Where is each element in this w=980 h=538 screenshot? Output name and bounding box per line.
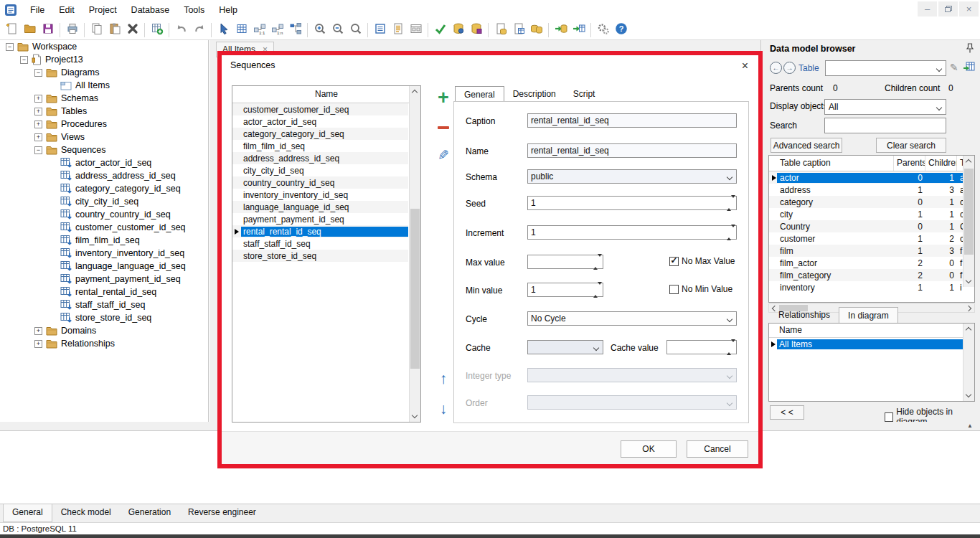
dialog-close-icon[interactable]: ×: [742, 60, 748, 72]
save-button[interactable]: [39, 22, 57, 39]
tree-expand-toggle[interactable]: +: [34, 340, 42, 348]
add-to-diagram-icon[interactable]: [963, 60, 976, 73]
name-field[interactable]: rental_rental_id_seq: [527, 143, 737, 158]
new-file-button[interactable]: [3, 22, 21, 39]
table-row[interactable]: actor01a: [769, 171, 974, 184]
table-row[interactable]: film13f: [769, 245, 974, 257]
menu-file[interactable]: File: [23, 2, 52, 18]
list-item[interactable]: address_address_id_seq: [232, 152, 408, 164]
spinner-arrows-icon[interactable]: [727, 198, 734, 208]
copy-button[interactable]: [88, 22, 105, 39]
tree-item-country-country-id-seq[interactable]: country_country_id_seq: [0, 208, 208, 221]
advanced-search-button[interactable]: Advanced search: [771, 138, 842, 153]
tree-expand-toggle[interactable]: +: [34, 327, 42, 335]
clear-search-button[interactable]: Clear search: [876, 138, 946, 153]
forward-icon[interactable]: →: [783, 62, 796, 74]
open-folder-button[interactable]: [21, 22, 39, 39]
scroll-up-icon[interactable]: [966, 159, 971, 165]
one-to-one-button[interactable]: 1:1: [250, 22, 268, 39]
tree-item-workspace[interactable]: −Workspace: [0, 40, 208, 53]
cache-select[interactable]: [527, 340, 603, 354]
no-min-value-control[interactable]: No Min Value: [669, 284, 732, 294]
paste-button[interactable]: [105, 22, 123, 39]
scroll-right-icon[interactable]: [966, 306, 971, 311]
zoom-out-button[interactable]: [329, 22, 347, 39]
bottom-tab-generation[interactable]: Generation: [120, 504, 179, 522]
tree-expand-toggle[interactable]: +: [34, 133, 42, 141]
list-item[interactable]: language_language_id_seq: [232, 201, 408, 213]
tree-item-all-items[interactable]: All Items: [0, 79, 208, 92]
reverse-engineer-button[interactable]: [570, 22, 588, 39]
tree-item-sequences[interactable]: −Sequences: [0, 143, 208, 156]
tree-item-domains[interactable]: +Domains: [0, 324, 208, 337]
tree-item-schemas[interactable]: +Schemas: [0, 92, 208, 105]
tree-item-city-city-id-seq[interactable]: city_city_id_seq: [0, 195, 208, 208]
table-row[interactable]: Country01C: [769, 220, 974, 232]
scrollbar-thumb[interactable]: [410, 209, 420, 369]
tree-item-diagrams[interactable]: −Diagrams: [0, 66, 208, 79]
tree-item-actor-actor-id-seq[interactable]: actor_actor_id_seq: [0, 156, 208, 169]
tree-item-store-store-id-seq[interactable]: store_store_id_seq: [0, 311, 208, 324]
list-item[interactable]: rental_rental_id_seq: [232, 225, 408, 237]
tree-item-inventory-inventory-id-seq[interactable]: inventory_inventory_id_seq: [0, 247, 208, 260]
list-item[interactable]: city_city_id_seq: [232, 164, 408, 176]
table-row[interactable]: category01c: [769, 196, 974, 208]
table-row[interactable]: customer12c: [769, 232, 974, 245]
table-grid-button[interactable]: [232, 22, 250, 39]
search-input[interactable]: [824, 118, 946, 133]
tree-expand-toggle[interactable]: +: [34, 121, 42, 128]
table-select[interactable]: [825, 60, 946, 76]
scroll-down-icon[interactable]: [412, 412, 418, 418]
list-item[interactable]: All Items: [769, 338, 974, 351]
tree-item-staff-staff-id-seq[interactable]: staff_staff_id_seq: [0, 298, 208, 311]
tree-expand-toggle[interactable]: +: [34, 108, 42, 115]
spinner-arrows-icon[interactable]: [727, 342, 734, 352]
no-max-value-control[interactable]: No Max Value: [669, 256, 735, 266]
table-row[interactable]: address13a: [769, 184, 974, 196]
menu-project[interactable]: Project: [82, 2, 124, 18]
panel-collapse-icon[interactable]: ▲: [967, 423, 973, 429]
list-item[interactable]: country_country_id_seq: [232, 176, 408, 189]
copy-to-table-button[interactable]: [509, 22, 527, 39]
tree-expand-toggle[interactable]: −: [34, 69, 42, 77]
form-editor-button[interactable]: [407, 22, 425, 39]
undo-button[interactable]: [172, 22, 190, 39]
tables-grid-vscrollbar[interactable]: [963, 156, 974, 287]
list-item[interactable]: category_category_id_seq: [232, 128, 408, 140]
spinner-arrows-icon[interactable]: [593, 257, 600, 267]
bottom-tab-general[interactable]: General: [3, 504, 52, 522]
doc-report-button[interactable]: [389, 22, 407, 39]
menu-edit[interactable]: Edit: [52, 2, 82, 18]
tree-item-address-address-id-seq[interactable]: address_address_id_seq: [0, 169, 208, 182]
minimize-button[interactable]: –: [918, 1, 937, 16]
tree-item-rental-rental-id-seq[interactable]: rental_rental_id_seq: [0, 285, 208, 298]
add-grid-button[interactable]: [148, 22, 166, 39]
delete-button[interactable]: [123, 22, 141, 39]
move-up-button[interactable]: ↑: [434, 369, 453, 388]
increment-spinner[interactable]: 1: [527, 225, 737, 240]
db-inspect-button[interactable]: [449, 22, 467, 39]
generate-db-button[interactable]: [552, 22, 570, 39]
one-to-many-button[interactable]: 1:n: [268, 22, 286, 39]
schema-select[interactable]: public: [527, 169, 737, 184]
copy-to-db-button[interactable]: [491, 22, 509, 39]
table-row[interactable]: city11c: [769, 208, 974, 220]
menu-help[interactable]: Help: [212, 2, 245, 18]
tree-item-tables[interactable]: +Tables: [0, 105, 208, 118]
redo-button[interactable]: [190, 22, 208, 39]
no-max-value-checkbox[interactable]: [669, 257, 679, 266]
cycle-select[interactable]: No Cycle: [527, 311, 737, 326]
tree-expand-toggle[interactable]: −: [6, 43, 14, 51]
edit-sequence-button[interactable]: ✎: [434, 146, 453, 164]
print-button[interactable]: [63, 22, 81, 39]
scroll-down-icon[interactable]: [966, 392, 971, 397]
list-item[interactable]: actor_actor_id_seq: [232, 115, 408, 128]
tree-item-language-language-id-seq[interactable]: language_language_id_seq: [0, 260, 208, 273]
tree-item-category-category-id-seq[interactable]: category_category_id_seq: [0, 182, 208, 195]
pin-icon[interactable]: [966, 43, 974, 54]
display-objects-select[interactable]: All: [824, 99, 946, 115]
caption-field[interactable]: rental_rental_id_seq: [527, 113, 737, 128]
max-value-spinner[interactable]: [527, 255, 603, 269]
help-button[interactable]: ?: [612, 22, 630, 39]
merge-db-button[interactable]: [527, 22, 545, 39]
